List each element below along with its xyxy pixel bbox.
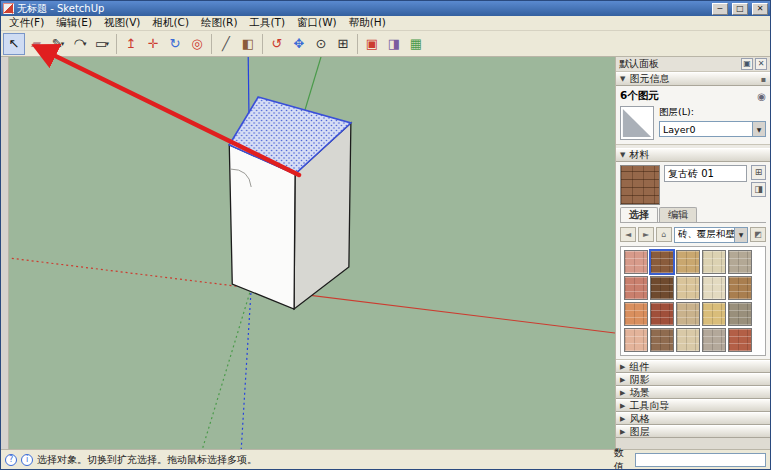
material-swatch-grid [620,246,766,356]
menu-item[interactable]: 编辑(E) [50,16,98,30]
chevron-down-icon[interactable]: ▾ [105,40,109,48]
minimize-button[interactable]: ─ [712,3,728,15]
forward-arrow-button[interactable]: ► [638,227,654,242]
line-tool-button[interactable]: ✎▾ [47,33,69,55]
section-header-materials[interactable]: ▼ 材料 [616,148,770,162]
zoom-tool-button[interactable]: ⊙ [310,33,332,55]
menu-item[interactable]: 工具(T) [243,16,291,30]
close-button[interactable]: ✕ [752,3,768,15]
collapsed-section[interactable]: ▶图层 [616,425,770,438]
maximize-button[interactable]: □ [732,3,748,15]
materials-browser-button[interactable]: ▦ [405,33,427,55]
menu-item[interactable]: 文件(F) [3,16,50,30]
menu-item[interactable]: 绘图(R) [195,16,244,30]
push-pull-icon: ↥ [126,36,137,51]
material-swatch[interactable] [624,250,648,274]
sample-paint-button[interactable]: ◩ [750,227,766,242]
toolbar-separator [262,34,263,54]
pan-tool-button[interactable]: ✥ [288,33,310,55]
chevron-down-icon[interactable]: ▾ [83,40,87,48]
material-swatch[interactable] [676,302,700,326]
main-area: 默认面板 ▣ ✕ ▼ 图元信息 ▪ 6个图元 ◉ [1,57,770,449]
material-swatch[interactable] [728,276,752,300]
collapsed-section[interactable]: ▶风格 [616,412,770,425]
components-browser-button[interactable]: ▣ [361,33,383,55]
zoom-extents-tool-button[interactable]: ⊞ [332,33,354,55]
paint-bucket-tool-button[interactable]: ◧ [237,33,259,55]
entity-info-header-label: 图元信息 [629,72,669,86]
pin-icon[interactable]: ▣ [741,58,753,70]
collection-dropdown-value: 砖、覆层和壁板 [678,228,734,241]
select-icon: ↖ [9,36,20,51]
push-pull-tool-button[interactable]: ↥ [120,33,142,55]
green-axis-negative [202,288,251,449]
select-tool-button[interactable]: ↖ [3,33,25,55]
menu-item[interactable]: 视图(V) [98,16,146,30]
offset-icon: ◎ [191,36,202,51]
material-swatch[interactable] [650,302,674,326]
material-swatch[interactable] [728,328,752,352]
offset-tool-button[interactable]: ◎ [186,33,208,55]
chevron-down-icon[interactable]: ▾ [61,40,65,48]
styles-browser-button[interactable]: ◨ [383,33,405,55]
chevron-down-icon[interactable]: ▼ [734,228,747,242]
collapsed-section[interactable]: ▶组件 [616,360,770,373]
menu-item[interactable]: 相机(C) [146,16,195,30]
material-swatch[interactable] [728,302,752,326]
secondary-pane-button[interactable]: ◨ [751,182,766,197]
tray-close-icon[interactable]: ✕ [755,58,767,70]
chevron-down-icon: ▼ [620,75,625,83]
help-icon[interactable]: ? [5,454,17,466]
entity-info-body: 6个图元 ◉ 图层(L): Layer0 ▼ [616,86,770,145]
materials-tab[interactable]: 编辑 [659,207,697,222]
sketchup-window: 无标题 - SketchUp ─ □ ✕ 文件(F)编辑(E)视图(V)相机(C… [0,0,771,470]
measurements-input[interactable] [635,453,766,467]
back-arrow-button[interactable]: ◄ [620,227,636,242]
material-swatch[interactable] [676,328,700,352]
collection-dropdown[interactable]: 砖、覆层和壁板 ▼ [674,227,748,243]
layer-dropdown[interactable]: Layer0 ▼ [659,121,766,137]
rotate-tool-button[interactable]: ↻ [164,33,186,55]
section-menu-icon[interactable]: ▪ [761,75,766,84]
material-swatch[interactable] [676,276,700,300]
create-material-button[interactable]: ⊞ [751,165,766,180]
default-tray-panel: 默认面板 ▣ ✕ ▼ 图元信息 ▪ 6个图元 ◉ [615,57,770,449]
material-swatch[interactable] [702,302,726,326]
rectangle-tool-button[interactable]: ▭▾ [91,33,113,55]
visibility-icon[interactable]: ◉ [757,91,766,102]
material-swatch[interactable] [650,328,674,352]
orbit-tool-button[interactable]: ↺ [266,33,288,55]
eraser-tool-button[interactable]: ▰ [25,33,47,55]
material-swatch[interactable] [650,276,674,300]
material-swatch[interactable] [728,250,752,274]
material-swatch[interactable] [650,250,674,274]
chevron-right-icon: ▶ [620,402,625,410]
orbit-icon: ↺ [272,36,283,51]
materials-tab[interactable]: 选择 [620,207,658,222]
tape-measure-tool-button[interactable]: ╱ [215,33,237,55]
material-swatch[interactable] [702,250,726,274]
chevron-down-icon[interactable]: ▼ [752,122,765,136]
tray-title-bar: 默认面板 ▣ ✕ [616,57,770,72]
material-swatch[interactable] [624,328,648,352]
arc-tool-button[interactable]: ◠▾ [69,33,91,55]
info-icon[interactable]: i [21,454,33,466]
material-swatch[interactable] [624,276,648,300]
move-tool-button[interactable]: ✛ [142,33,164,55]
toolbar-separator [116,34,117,54]
home-button[interactable]: ⌂ [656,227,672,242]
collapsed-section[interactable]: ▶场景 [616,386,770,399]
viewport-canvas[interactable] [9,57,615,449]
menu-item[interactable]: 窗口(W) [291,16,343,30]
material-swatch[interactable] [702,328,726,352]
material-swatch[interactable] [676,250,700,274]
collapsed-section[interactable]: ▶阴影 [616,373,770,386]
materials-browser-icon: ▦ [410,36,422,51]
menu-item[interactable]: 帮助(H) [343,16,392,30]
collapsed-section[interactable]: ▶工具向导 [616,399,770,412]
materials-nav-row: ◄ ► ⌂ 砖、覆层和壁板 ▼ ◩ [620,226,766,243]
chevron-right-icon: ▶ [620,428,625,436]
section-header-entity-info[interactable]: ▼ 图元信息 ▪ [616,72,770,86]
material-swatch[interactable] [702,276,726,300]
material-swatch[interactable] [624,302,648,326]
